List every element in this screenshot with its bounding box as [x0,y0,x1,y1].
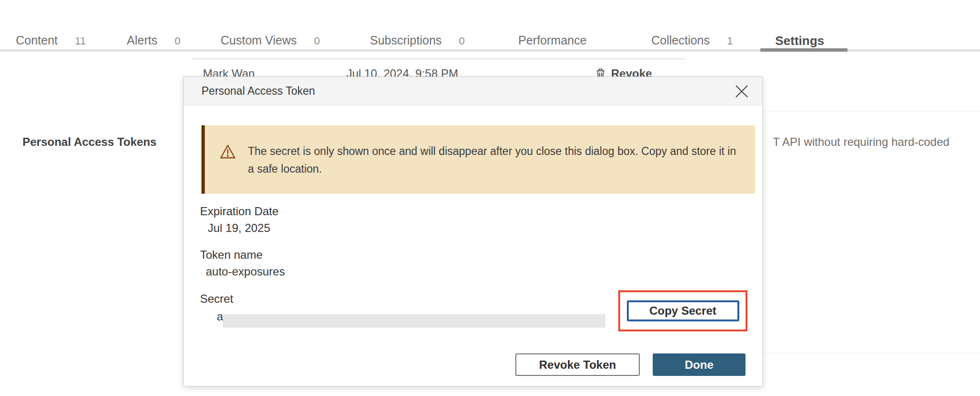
done-button[interactable]: Done [653,353,746,376]
warning-banner: The secret is only shown once and will d… [201,125,755,194]
tab-collections[interactable]: Collections 1 [651,33,733,47]
tab-label: Subscriptions [370,33,442,47]
tab-label: Settings [775,33,824,48]
token-name-label: Token name [200,248,263,262]
copy-secret-button[interactable]: Copy Secret [627,300,739,321]
table-row-divider [191,58,686,59]
settings-section-divider [763,111,980,112]
warning-icon [220,144,236,161]
tab-content[interactable]: Content 11 [16,33,86,47]
expiration-date-label: Expiration Date [200,205,278,218]
expiration-date-value: Jul 19, 2025 [208,221,270,235]
tab-label: Collections [651,33,710,47]
secret-label: Secret [200,292,233,306]
personal-access-token-dialog: Personal Access Token The secret is only… [183,77,763,386]
tab-count: 1 [727,35,733,47]
annotation-highlight-box: Copy Secret [618,290,747,331]
tab-alerts[interactable]: Alerts 0 [127,33,180,47]
tab-performance[interactable]: Performance [518,33,587,47]
tab-settings[interactable]: Settings [775,33,824,48]
tab-count: 11 [75,35,86,47]
token-name-value: auto-exposures [206,265,285,278]
warning-text: The secret is only shown once and will d… [248,143,741,178]
secret-mask-bar [223,314,605,328]
page: Content 11 Alerts 0 Custom Views 0 Subsc… [0,0,980,396]
dialog-header: Personal Access Token [184,77,762,106]
tab-count: 0 [459,35,465,47]
tab-subscriptions[interactable]: Subscriptions 0 [370,33,465,47]
tab-label: Alerts [127,33,157,47]
settings-section-divider [763,353,980,353]
dialog-title: Personal Access Token [201,85,315,98]
tab-custom-views[interactable]: Custom Views 0 [221,33,320,47]
tab-label: Content [16,33,58,47]
close-icon [735,85,748,99]
secret-value-prefix: a [217,310,223,323]
active-tab-indicator [760,48,847,52]
profile-tab-bar: Content 11 Alerts 0 Custom Views 0 Subsc… [0,0,980,52]
close-button[interactable] [735,85,749,99]
tab-count: 0 [175,35,180,47]
tab-label: Custom Views [221,33,297,47]
tab-label: Performance [518,33,587,47]
personal-access-tokens-label: Personal Access Tokens [22,135,156,149]
revoke-token-button[interactable]: Revoke Token [515,353,640,376]
description-text-fragment: T API without requiring hard-coded [773,135,949,149]
tab-count: 0 [314,35,320,47]
